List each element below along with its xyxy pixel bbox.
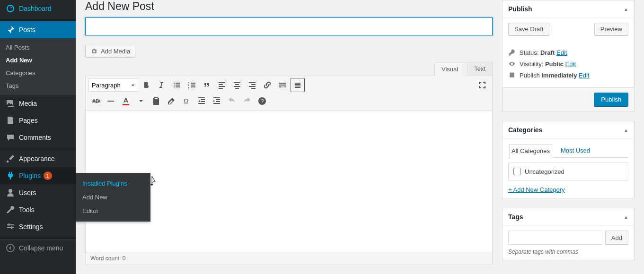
tab-visual[interactable]: Visual — [434, 62, 465, 76]
preview-button[interactable]: Preview — [594, 23, 628, 35]
tab-most-used[interactable]: Most Used — [559, 144, 592, 158]
sidebar-sub-allposts[interactable]: All Posts — [0, 41, 76, 54]
sidebar-label: Tools — [19, 206, 35, 214]
fullscreen-button[interactable] — [475, 78, 489, 92]
tab-text[interactable]: Text — [467, 62, 493, 76]
sidebar-item-users[interactable]: Users — [0, 184, 76, 201]
editor-toolbar: Paragraph — [85, 76, 493, 111]
hr-button[interactable] — [104, 94, 118, 108]
redo-button[interactable] — [240, 94, 254, 108]
sidebar-label: Collapse menu — [19, 244, 63, 252]
tags-panel: Tags ▲ Add Separate tags with commas — [502, 208, 635, 260]
sidebar-label: Plugins — [19, 172, 41, 180]
undo-button[interactable] — [225, 94, 239, 108]
sidebar-item-pages[interactable]: Pages — [0, 112, 76, 129]
key-icon — [508, 49, 516, 56]
align-center-button[interactable] — [230, 78, 244, 92]
paste-text-button[interactable] — [149, 94, 163, 108]
indent-button[interactable] — [210, 94, 224, 108]
update-badge: 1 — [44, 171, 52, 180]
sliders-icon — [6, 222, 15, 231]
sidebar-item-plugins[interactable]: Plugins 1 — [0, 167, 76, 184]
strikethrough-button[interactable]: ABC — [88, 94, 103, 108]
text-color-button[interactable] — [119, 94, 133, 108]
sidebar-label: Media — [19, 100, 37, 107]
publish-panel: Publish ▲ Save Draft Preview Status: Dra… — [502, 0, 635, 111]
sidebar-sub-tags[interactable]: Tags — [0, 79, 76, 92]
sidebar-item-media[interactable]: Media — [0, 95, 76, 112]
quote-button[interactable] — [200, 78, 214, 92]
plugin-icon — [6, 171, 15, 180]
text-color-menu[interactable] — [134, 94, 148, 108]
bullet-list-button[interactable] — [169, 78, 184, 92]
align-left-button[interactable] — [215, 78, 229, 92]
flyout-installed-plugins[interactable]: Installed Plugins — [76, 177, 150, 190]
categories-title: Categories — [508, 126, 542, 134]
publish-button[interactable]: Publish — [594, 93, 628, 106]
add-media-label: Add Media — [101, 48, 130, 55]
edit-visibility-link[interactable]: Edit — [565, 60, 576, 68]
sidebar-item-tools[interactable]: Tools — [0, 201, 76, 218]
sidebar-item-collapse[interactable]: Collapse menu — [0, 240, 76, 257]
collapse-icon — [6, 243, 15, 253]
more-button[interactable] — [275, 78, 290, 92]
clear-format-button[interactable] — [164, 94, 178, 108]
add-category-link[interactable]: + Add New Category — [508, 186, 565, 193]
brush-icon — [6, 154, 15, 163]
sidebar-sub-posts: All Posts Add New Categories Tags — [0, 38, 76, 95]
add-media-button[interactable]: Add Media — [85, 45, 135, 57]
tags-toggle-icon[interactable]: ▲ — [624, 214, 628, 220]
tag-input[interactable] — [508, 231, 602, 245]
media-icon — [6, 99, 15, 108]
admin-sidebar: Dashboard Posts All Posts Add New Catego… — [0, 0, 76, 274]
sidebar-label: Pages — [19, 117, 38, 124]
outdent-button[interactable] — [194, 94, 209, 108]
dashboard-icon — [6, 4, 15, 13]
wrench-icon — [6, 205, 15, 214]
sidebar-label: Settings — [19, 223, 43, 231]
category-checkbox[interactable] — [513, 168, 521, 175]
sidebar-sub-addnew[interactable]: Add New — [0, 54, 76, 67]
flyout-add-new[interactable]: Add New — [76, 190, 150, 204]
post-title-input[interactable] — [85, 17, 493, 35]
edit-status-link[interactable]: Edit — [556, 49, 567, 56]
edit-schedule-link[interactable]: Edit — [579, 72, 589, 79]
pin-icon — [6, 25, 15, 34]
word-count-value: 0 — [123, 255, 126, 262]
help-button[interactable]: ? — [255, 94, 269, 108]
category-uncategorized[interactable]: Uncategorized — [513, 168, 623, 175]
tags-hint: Separate tags with commas — [508, 248, 628, 255]
tab-all-categories[interactable]: All Categories — [509, 144, 552, 158]
format-select[interactable]: Paragraph — [88, 78, 138, 92]
bold-button[interactable] — [139, 78, 153, 92]
page-title: Add New Post — [85, 0, 493, 13]
camera-icon — [90, 47, 98, 55]
italic-button[interactable] — [154, 78, 168, 92]
sidebar-label: Users — [19, 189, 36, 197]
sidebar-item-comments[interactable]: Comments — [0, 129, 76, 146]
sidebar-item-appearance[interactable]: Appearance — [0, 150, 76, 167]
save-draft-button[interactable]: Save Draft — [508, 23, 549, 35]
tags-title: Tags — [508, 213, 523, 221]
svg-text:Ω: Ω — [184, 97, 188, 105]
flyout-editor[interactable]: Editor — [76, 204, 150, 218]
sidebar-item-dashboard[interactable]: Dashboard — [0, 0, 76, 17]
kitchen-sink-button[interactable] — [291, 78, 305, 92]
categories-toggle-icon[interactable]: ▲ — [624, 128, 628, 133]
eye-icon — [508, 60, 516, 68]
editor-footer: Word count: 0 — [85, 252, 493, 265]
sidebar-sub-categories[interactable]: Categories — [0, 67, 76, 79]
sidebar-item-posts[interactable]: Posts — [0, 21, 76, 38]
link-button[interactable] — [260, 78, 274, 92]
numbered-list-button[interactable] — [185, 78, 199, 92]
special-char-button[interactable]: Ω — [179, 94, 194, 108]
svg-text:?: ? — [261, 98, 264, 104]
publish-toggle-icon[interactable]: ▲ — [624, 7, 628, 12]
sidebar-item-settings[interactable]: Settings — [0, 218, 76, 235]
add-tag-button[interactable]: Add — [605, 231, 628, 245]
categories-panel: Categories ▲ All Categories Most Used Un… — [502, 121, 635, 198]
comments-icon — [6, 133, 15, 142]
align-right-button[interactable] — [245, 78, 259, 92]
sidebar-label: Appearance — [19, 155, 55, 163]
word-count-label: Word count: — [90, 255, 123, 262]
